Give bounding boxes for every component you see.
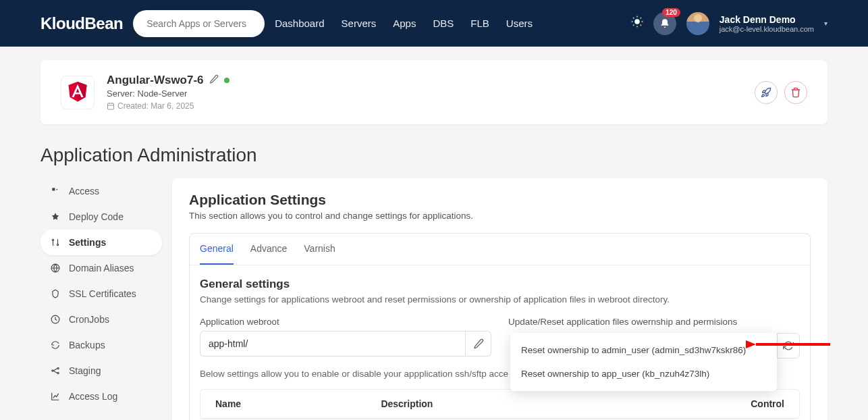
certificate-icon (50, 288, 61, 299)
content-wrap: Access Deploy Code Settings Domain Alias… (40, 178, 828, 420)
section-desc: Change settings for applications webroot… (200, 294, 800, 305)
section-title: General settings (200, 278, 800, 291)
rocket-icon (761, 87, 771, 98)
panel-title: Application Settings (189, 192, 811, 208)
th-control: Control (610, 390, 799, 419)
sidebar-item-settings[interactable]: Settings (40, 230, 162, 255)
ownership-label: Update/Reset application files owernship… (508, 317, 800, 327)
app-title-row: Angular-Wswo7-6 (107, 74, 755, 87)
nav-apps[interactable]: Apps (393, 18, 416, 29)
app-icon (61, 76, 94, 109)
nav-users[interactable]: Users (506, 18, 533, 29)
refresh-icon (783, 340, 794, 351)
svg-point-0 (634, 19, 640, 24)
reset-button[interactable] (777, 333, 800, 359)
svg-rect-1 (108, 103, 114, 109)
launch-button[interactable] (755, 81, 778, 104)
container: Angular-Wswo7-6 Server: Node-Server Crea… (0, 47, 868, 420)
settings-icon (50, 237, 61, 248)
sidebar-item-label: Staging (69, 365, 101, 376)
nav-links: Dashboard Servers Apps DBS FLB Users (275, 18, 533, 29)
sidebar-item-domain[interactable]: Domain Aliases (40, 255, 162, 281)
edit-icon[interactable] (209, 74, 219, 86)
sidebar: Access Deploy Code Settings Domain Alias… (40, 178, 162, 420)
pencil-icon (473, 338, 484, 349)
webroot-label: Application webroot (200, 317, 491, 327)
sidebar-item-label: Access (69, 186, 99, 196)
sidebar-item-label: Domain Aliases (69, 263, 134, 273)
tabs-container: General Advance Varnish General settings… (189, 233, 811, 420)
svg-rect-2 (52, 188, 55, 190)
th-description: Description (366, 390, 610, 419)
app-created-text: Created: Mar 6, 2025 (117, 101, 194, 111)
svg-point-9 (57, 367, 59, 369)
globe-icon (50, 263, 61, 273)
user-info[interactable]: Jack Denn Demo jack@c-level.kloudbean.co… (720, 14, 814, 33)
notification-button[interactable]: 120 (653, 12, 676, 35)
clock-icon (50, 314, 61, 325)
bell-icon (659, 18, 670, 29)
search-input[interactable] (133, 10, 265, 37)
form-col-ownership: Update/Reset application files owernship… (508, 317, 800, 357)
chart-icon (50, 391, 61, 402)
tab-general[interactable]: General (200, 234, 234, 265)
tab-content: General settings Change settings for app… (190, 265, 810, 420)
angular-icon (67, 82, 88, 103)
svg-point-8 (52, 370, 53, 371)
deploy-icon (50, 211, 61, 222)
notification-badge: 120 (662, 8, 680, 17)
calendar-icon (107, 102, 115, 110)
app-details: Angular-Wswo7-6 Server: Node-Server Crea… (107, 74, 755, 111)
header: KloudBean Dashboard Servers Apps DBS FLB… (0, 0, 868, 47)
input-group-webroot (200, 331, 491, 357)
sidebar-item-deploy[interactable]: Deploy Code (40, 204, 162, 230)
dropdown-item-admin[interactable]: Reset ownership to admin_user (admin_sd3… (510, 338, 777, 362)
sidebar-item-label: CronJobs (69, 314, 109, 325)
tabs: General Advance Varnish (190, 234, 810, 265)
sidebar-item-label: SSL Certificates (69, 288, 136, 299)
sidebar-item-label: Deploy Code (69, 211, 124, 222)
svg-point-4 (52, 239, 53, 240)
th-name: Name (200, 390, 366, 419)
form-row: Application webroot Update/Reset applica… (200, 317, 800, 357)
nav-dashboard[interactable]: Dashboard (275, 18, 324, 29)
theme-toggle-icon[interactable] (631, 16, 643, 31)
nav-flb[interactable]: FLB (470, 18, 489, 29)
backup-icon (50, 340, 61, 350)
tab-varnish[interactable]: Varnish (304, 234, 335, 265)
webroot-edit-button[interactable] (466, 331, 491, 357)
user-name: Jack Denn Demo (720, 14, 814, 25)
nav-servers[interactable]: Servers (342, 18, 377, 29)
webroot-input[interactable] (200, 331, 466, 357)
header-right: 120 Jack Denn Demo jack@c-level.kloudbea… (631, 12, 828, 35)
delete-button[interactable] (784, 81, 807, 104)
sidebar-item-accesslog[interactable]: Access Log (40, 384, 162, 409)
app-card: Angular-Wswo7-6 Server: Node-Server Crea… (40, 60, 828, 124)
svg-point-5 (57, 244, 58, 245)
app-actions (755, 81, 807, 104)
trash-icon (790, 87, 801, 98)
sidebar-item-ssl[interactable]: SSL Certificates (40, 281, 162, 307)
avatar[interactable] (686, 12, 709, 35)
sidebar-item-cron[interactable]: CronJobs (40, 307, 162, 332)
logo[interactable]: KloudBean (40, 14, 123, 33)
status-dot (224, 78, 229, 83)
settings-table: Name Description Control (200, 389, 800, 419)
dropdown-item-appuser[interactable]: Reset ownership to app_user (kb_nzuh4z73… (510, 362, 777, 386)
sidebar-item-backups[interactable]: Backups (40, 332, 162, 358)
sidebar-item-label: Backups (69, 340, 105, 350)
nav-dbs[interactable]: DBS (433, 18, 454, 29)
user-dropdown-caret[interactable]: ▾ (824, 20, 828, 27)
sidebar-item-staging[interactable]: Staging (40, 358, 162, 384)
user-icon (50, 186, 61, 196)
sidebar-item-access[interactable]: Access (40, 178, 162, 204)
app-created: Created: Mar 6, 2025 (107, 101, 755, 111)
ownership-dropdown: Reset ownership to admin_user (admin_sd3… (510, 333, 777, 391)
user-email: jack@c-level.kloudbean.com (720, 25, 814, 33)
staging-icon (50, 365, 61, 376)
sidebar-item-label: Settings (69, 237, 106, 248)
main-panel: Application Settings This section allows… (172, 178, 828, 420)
logo-text: KloudBean (40, 14, 123, 33)
sidebar-item-label: Access Log (69, 391, 117, 402)
tab-advance[interactable]: Advance (250, 234, 287, 265)
